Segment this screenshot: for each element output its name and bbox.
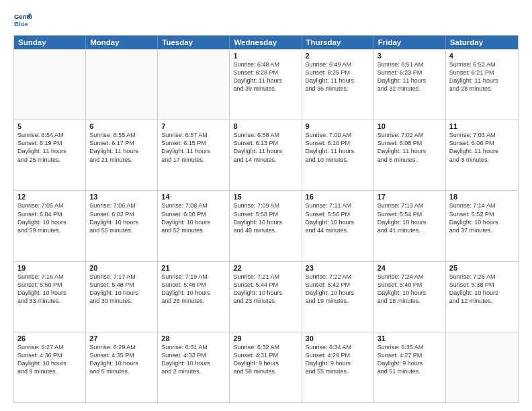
day-number: 16 [306,193,370,201]
day-number: 3 [378,52,442,60]
calendar-week-4: 19Sunrise: 7:16 AM Sunset: 5:50 PM Dayli… [14,261,518,332]
day-info: Sunrise: 7:02 AM Sunset: 6:08 PM Dayligh… [378,131,442,164]
day-info: Sunrise: 7:19 AM Sunset: 5:46 PM Dayligh… [161,273,226,306]
calendar-cell [86,50,158,120]
day-info: Sunrise: 7:11 AM Sunset: 5:56 PM Dayligh… [306,201,370,234]
day-number: 30 [306,334,370,342]
day-number: 31 [378,334,442,342]
day-info: Sunrise: 6:49 AM Sunset: 6:25 PM Dayligh… [306,60,370,93]
calendar-cell: 9Sunrise: 7:00 AM Sunset: 6:10 PM Daylig… [302,120,374,190]
day-info: Sunrise: 7:06 AM Sunset: 6:02 PM Dayligh… [89,201,154,234]
day-info: Sunrise: 7:05 AM Sunset: 6:04 PM Dayligh… [17,201,82,234]
calendar-week-3: 12Sunrise: 7:05 AM Sunset: 6:04 PM Dayli… [14,190,518,261]
day-number: 29 [233,334,298,342]
day-number: 26 [17,334,82,342]
calendar-cell: 19Sunrise: 7:16 AM Sunset: 5:50 PM Dayli… [14,262,86,332]
header-day-monday: Monday [86,36,158,49]
header-day-tuesday: Tuesday [158,36,230,49]
day-number: 1 [233,52,298,60]
calendar-header: SundayMondayTuesdayWednesdayThursdayFrid… [14,36,518,49]
calendar-cell: 3Sunrise: 6:51 AM Sunset: 6:23 PM Daylig… [374,50,446,120]
day-number: 10 [378,122,442,130]
day-number: 18 [449,193,515,201]
calendar-cell: 29Sunrise: 6:32 AM Sunset: 4:31 PM Dayli… [230,332,302,402]
calendar: SundayMondayTuesdayWednesdayThursdayFrid… [13,35,519,403]
header: General Blue [13,11,519,30]
day-info: Sunrise: 7:24 AM Sunset: 5:40 PM Dayligh… [378,273,442,306]
day-number: 4 [449,52,515,60]
day-info: Sunrise: 7:03 AM Sunset: 6:06 PM Dayligh… [449,131,515,164]
day-info: Sunrise: 6:57 AM Sunset: 6:15 PM Dayligh… [161,131,226,164]
calendar-cell: 31Sunrise: 6:35 AM Sunset: 4:27 PM Dayli… [374,332,446,402]
calendar-week-2: 5Sunrise: 6:54 AM Sunset: 6:19 PM Daylig… [14,120,518,190]
day-info: Sunrise: 6:32 AM Sunset: 4:31 PM Dayligh… [233,343,298,376]
calendar-cell: 13Sunrise: 7:06 AM Sunset: 6:02 PM Dayli… [86,191,158,261]
svg-text:Blue: Blue [14,20,28,28]
day-number: 23 [306,264,370,272]
day-number: 11 [449,122,515,130]
calendar-cell: 14Sunrise: 7:08 AM Sunset: 6:00 PM Dayli… [158,191,230,261]
day-info: Sunrise: 6:35 AM Sunset: 4:27 PM Dayligh… [378,343,442,376]
header-day-sunday: Sunday [14,36,86,49]
calendar-cell: 25Sunrise: 7:26 AM Sunset: 5:38 PM Dayli… [446,262,518,332]
day-info: Sunrise: 6:51 AM Sunset: 6:23 PM Dayligh… [378,60,442,93]
day-number: 13 [89,193,154,201]
day-number: 12 [17,193,82,201]
calendar-cell: 24Sunrise: 7:24 AM Sunset: 5:40 PM Dayli… [374,262,446,332]
day-info: Sunrise: 6:55 AM Sunset: 6:17 PM Dayligh… [89,131,154,164]
day-info: Sunrise: 6:29 AM Sunset: 4:35 PM Dayligh… [89,343,154,376]
day-number: 9 [306,122,370,130]
day-number: 27 [89,334,154,342]
header-day-saturday: Saturday [446,36,518,49]
calendar-body: 1Sunrise: 6:48 AM Sunset: 6:28 PM Daylig… [14,49,518,402]
calendar-cell: 22Sunrise: 7:21 AM Sunset: 5:44 PM Dayli… [230,262,302,332]
calendar-cell: 20Sunrise: 7:17 AM Sunset: 5:48 PM Dayli… [86,262,158,332]
day-info: Sunrise: 6:31 AM Sunset: 4:33 PM Dayligh… [161,343,226,376]
day-info: Sunrise: 6:52 AM Sunset: 6:21 PM Dayligh… [449,60,515,93]
calendar-cell: 23Sunrise: 7:22 AM Sunset: 5:42 PM Dayli… [302,262,374,332]
calendar-cell: 12Sunrise: 7:05 AM Sunset: 6:04 PM Dayli… [14,191,86,261]
page: General Blue SundayMondayTuesdayWednesda… [0,0,532,411]
day-number: 2 [306,52,370,60]
calendar-week-5: 26Sunrise: 6:27 AM Sunset: 4:36 PM Dayli… [14,332,518,402]
day-number: 8 [233,122,298,130]
day-info: Sunrise: 7:22 AM Sunset: 5:42 PM Dayligh… [306,273,370,306]
day-info: Sunrise: 6:27 AM Sunset: 4:36 PM Dayligh… [17,343,82,376]
calendar-cell: 4Sunrise: 6:52 AM Sunset: 6:21 PM Daylig… [446,50,518,120]
header-day-wednesday: Wednesday [230,36,302,49]
day-number: 20 [89,264,154,272]
calendar-cell: 2Sunrise: 6:49 AM Sunset: 6:25 PM Daylig… [302,50,374,120]
day-info: Sunrise: 7:13 AM Sunset: 5:54 PM Dayligh… [378,201,442,234]
logo-icon: General Blue [13,11,32,30]
day-number: 24 [378,264,442,272]
calendar-cell: 11Sunrise: 7:03 AM Sunset: 6:06 PM Dayli… [446,120,518,190]
day-number: 14 [161,193,226,201]
calendar-cell: 16Sunrise: 7:11 AM Sunset: 5:56 PM Dayli… [302,191,374,261]
day-number: 6 [89,122,154,130]
calendar-cell: 1Sunrise: 6:48 AM Sunset: 6:28 PM Daylig… [230,50,302,120]
day-info: Sunrise: 7:17 AM Sunset: 5:48 PM Dayligh… [89,273,154,306]
day-info: Sunrise: 6:48 AM Sunset: 6:28 PM Dayligh… [233,60,298,93]
logo: General Blue [13,11,35,30]
calendar-week-1: 1Sunrise: 6:48 AM Sunset: 6:28 PM Daylig… [14,49,518,120]
day-info: Sunrise: 7:08 AM Sunset: 6:00 PM Dayligh… [161,201,226,234]
day-info: Sunrise: 6:54 AM Sunset: 6:19 PM Dayligh… [17,131,82,164]
day-number: 19 [17,264,82,272]
day-number: 15 [233,193,298,201]
day-number: 17 [378,193,442,201]
day-number: 7 [161,122,226,130]
calendar-cell: 7Sunrise: 6:57 AM Sunset: 6:15 PM Daylig… [158,120,230,190]
calendar-cell: 28Sunrise: 6:31 AM Sunset: 4:33 PM Dayli… [158,332,230,402]
day-info: Sunrise: 7:00 AM Sunset: 6:10 PM Dayligh… [306,131,370,164]
calendar-cell: 10Sunrise: 7:02 AM Sunset: 6:08 PM Dayli… [374,120,446,190]
day-number: 21 [161,264,226,272]
calendar-cell [158,50,230,120]
day-number: 25 [449,264,515,272]
calendar-cell [446,332,518,402]
day-number: 22 [233,264,298,272]
calendar-cell: 5Sunrise: 6:54 AM Sunset: 6:19 PM Daylig… [14,120,86,190]
calendar-cell [14,50,86,120]
day-info: Sunrise: 6:58 AM Sunset: 6:13 PM Dayligh… [233,131,298,164]
calendar-cell: 30Sunrise: 6:34 AM Sunset: 4:29 PM Dayli… [302,332,374,402]
day-info: Sunrise: 7:21 AM Sunset: 5:44 PM Dayligh… [233,273,298,306]
